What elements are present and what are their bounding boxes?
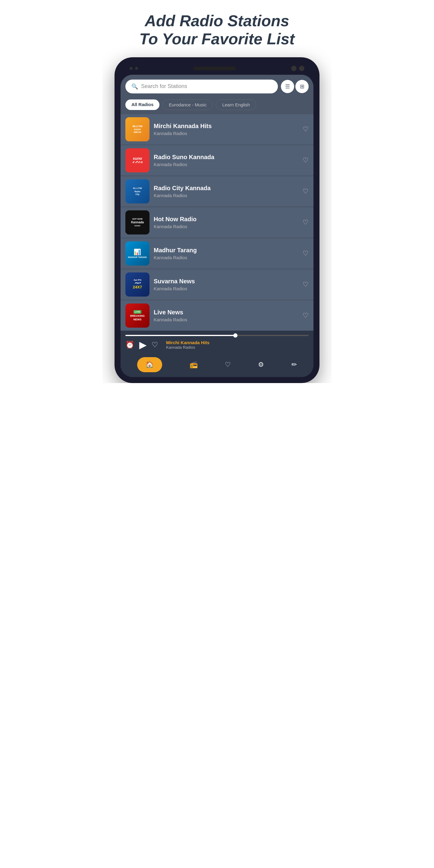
notch-dot	[135, 67, 138, 70]
tab-learn-english[interactable]: Learn English	[216, 99, 256, 110]
station-category: Kannada Radios	[154, 286, 299, 291]
favorite-button[interactable]: ♡	[303, 125, 309, 133]
station-logo: 📊 MADHUR TARANG	[125, 241, 150, 266]
station-info: Live News Kannada Radios	[154, 309, 299, 322]
favorite-button[interactable]: ♡	[303, 281, 309, 288]
station-logo: 91.1 FM Radio City	[125, 179, 150, 204]
station-item[interactable]: HOT NOW Kannada RADIO Hot Now Radio Kann…	[121, 207, 313, 238]
favorite-button[interactable]: ♡	[303, 312, 309, 319]
alarm-icon[interactable]: ⏰	[125, 341, 134, 349]
view-toggle: ☰ ⊞	[281, 80, 309, 93]
nav-settings-button[interactable]: ⚙	[258, 361, 264, 369]
heart-icon[interactable]: ♡	[152, 341, 158, 349]
play-button[interactable]: ▶	[139, 339, 147, 350]
station-category: Kannada Radios	[154, 317, 299, 322]
station-name: Hot Now Radio	[154, 216, 299, 223]
station-name: Live News	[154, 309, 299, 316]
station-name: Suvarna News	[154, 278, 299, 285]
favorite-button[interactable]: ♡	[303, 187, 309, 195]
notch-dot	[130, 67, 133, 70]
station-item[interactable]: LIVE BREAKING NEWS Live News Kannada Rad…	[121, 301, 313, 331]
list-view-button[interactable]: ☰	[281, 80, 294, 93]
notch-dots	[130, 67, 138, 70]
station-info: Suvarna News Kannada Radios	[154, 278, 299, 291]
player-controls: ⏰ ▶ ♡ Mirchi Kannada Hits Kannada Radios	[125, 339, 309, 350]
station-logo: LIVE BREAKING NEWS	[125, 304, 150, 328]
station-info: Hot Now Radio Kannada Radios	[154, 216, 299, 229]
progress-line	[125, 335, 309, 336]
page-title: Add Radio Stations To Your Favorite List	[121, 0, 313, 57]
station-info: Radio City Kannada Kannada Radios	[154, 185, 299, 198]
station-name: Madhur Tarang	[154, 247, 299, 254]
nav-home-button[interactable]: 🏠	[137, 357, 162, 372]
nav-more-button[interactable]: ✏	[291, 361, 297, 369]
station-category: Kannada Radios	[154, 255, 299, 260]
player-bar: ⏰ ▶ ♡ Mirchi Kannada Hits Kannada Radios	[121, 331, 313, 353]
station-item[interactable]: 98.3 FM RADIO MIRCHI Mirchi Kannada Hits…	[121, 114, 313, 144]
station-item[interactable]: 📊 MADHUR TARANG Madhur Tarang Kannada Ra…	[121, 239, 313, 269]
station-logo: suno ಕನ್ನಡ	[125, 148, 150, 173]
notch-cameras	[291, 66, 304, 71]
progress-thumb	[233, 333, 238, 338]
camera-circle	[299, 66, 304, 71]
station-category: Kannada Radios	[154, 193, 299, 198]
station-name: Mirchi Kannada Hits	[154, 123, 299, 130]
station-name: Radio Suno Kannada	[154, 154, 299, 161]
progress-track[interactable]	[125, 335, 309, 336]
search-icon: 🔍	[131, 83, 138, 90]
station-name: Radio City Kannada	[154, 185, 299, 192]
bottom-nav: 🏠 📻 ♡ ⚙ ✏	[121, 353, 313, 377]
favorite-button[interactable]: ♡	[303, 218, 309, 226]
station-category: Kannada Radios	[154, 131, 299, 136]
station-item[interactable]: 91.1 FM Radio City Radio City Kannada Ka…	[121, 176, 313, 207]
station-info: Radio Suno Kannada Kannada Radios	[154, 154, 299, 167]
tab-eurodance[interactable]: Eurodance - Music	[162, 99, 213, 110]
camera-circle	[291, 66, 297, 71]
player-track-name: Mirchi Kannada Hits	[166, 340, 309, 345]
grid-view-button[interactable]: ⊞	[296, 80, 309, 93]
player-track-sub: Kannada Radios	[166, 345, 309, 350]
search-bar-area: 🔍 Search for Stations ☰ ⊞	[121, 75, 313, 97]
phone-device: 🔍 Search for Stations ☰ ⊞ All Radios Eur…	[115, 57, 319, 383]
player-track-info: Mirchi Kannada Hits Kannada Radios	[163, 340, 309, 350]
station-category: Kannada Radios	[154, 162, 299, 167]
nav-radio-button[interactable]: 📻	[190, 361, 198, 369]
station-item[interactable]: ಸುವರ್ಣ ನ್ಯೂಸ್ 24X7 Suvarna News Kannada …	[121, 270, 313, 300]
station-info: Mirchi Kannada Hits Kannada Radios	[154, 123, 299, 136]
nav-favorites-button[interactable]: ♡	[225, 361, 231, 369]
search-placeholder: Search for Stations	[141, 83, 187, 90]
station-logo: 98.3 FM RADIO MIRCHI	[125, 117, 150, 141]
search-input-wrapper[interactable]: 🔍 Search for Stations	[125, 80, 278, 93]
station-item[interactable]: suno ಕನ್ನಡ Radio Suno Kannada Kannada Ra…	[121, 145, 313, 176]
notch-speaker	[193, 67, 236, 70]
filter-tabs: All Radios Eurodance - Music Learn Engli…	[121, 97, 313, 114]
phone-screen: 🔍 Search for Stations ☰ ⊞ All Radios Eur…	[121, 75, 313, 377]
station-logo: ಸುವರ್ಣ ನ್ಯೂಸ್ 24X7	[125, 273, 150, 297]
favorite-button[interactable]: ♡	[303, 250, 309, 257]
station-logo: HOT NOW Kannada RADIO	[125, 210, 150, 235]
station-info: Madhur Tarang Kannada Radios	[154, 247, 299, 260]
progress-fill	[125, 335, 236, 336]
favorite-button[interactable]: ♡	[303, 156, 309, 164]
stations-list: 98.3 FM RADIO MIRCHI Mirchi Kannada Hits…	[121, 114, 313, 331]
tab-all-radios[interactable]: All Radios	[125, 99, 159, 110]
station-category: Kannada Radios	[154, 224, 299, 229]
phone-notch	[121, 63, 313, 75]
